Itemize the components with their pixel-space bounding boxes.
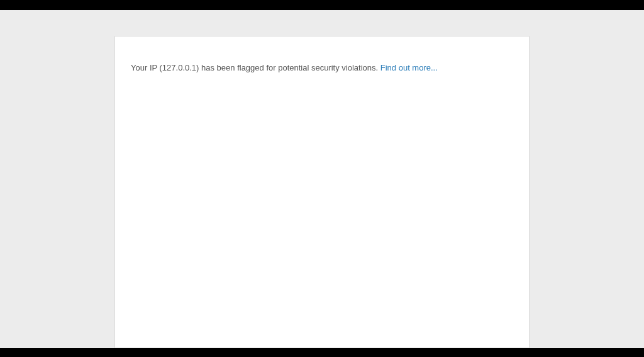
letterbox-bottom <box>0 348 644 357</box>
content-area: Your IP (127.0.0.1) has been flagged for… <box>0 10 644 348</box>
security-message-box: Your IP (127.0.0.1) has been flagged for… <box>114 36 530 348</box>
message-text: Your IP (127.0.0.1) has been flagged for… <box>131 63 380 72</box>
letterbox-top <box>0 0 644 10</box>
security-message: Your IP (127.0.0.1) has been flagged for… <box>131 62 513 74</box>
find-out-more-link[interactable]: Find out more... <box>380 63 438 72</box>
